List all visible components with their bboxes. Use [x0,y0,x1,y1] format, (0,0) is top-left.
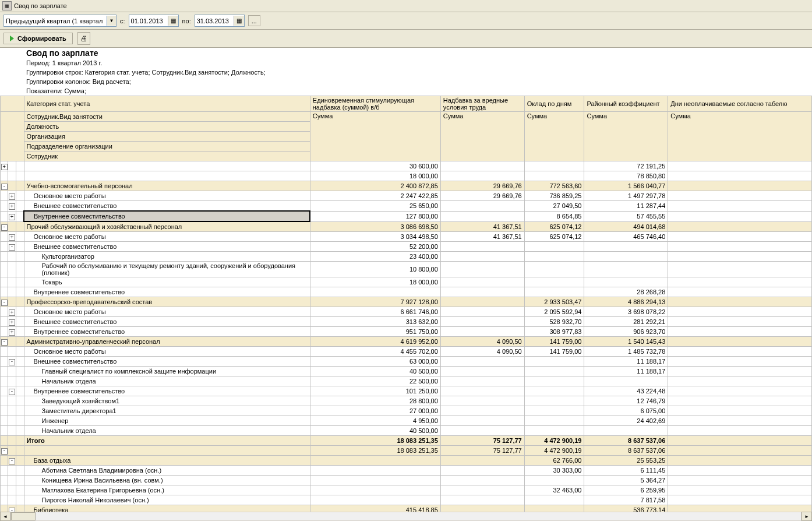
collapse-icon[interactable]: - [1,339,8,346]
table-row[interactable]: Инженер4 950,0024 402,69 [1,416,812,426]
row-label: Матлахова Екатерина Григорьевна (осн.) [24,485,310,495]
table-row[interactable]: Токарь18 000,00 [1,277,812,287]
from-date-input[interactable] [129,17,168,25]
cell-value [440,466,524,476]
cell-value [668,376,812,386]
cell-value: 1 566 040,77 [584,181,668,191]
cell-value [440,307,524,317]
collapse-icon[interactable]: - [9,244,15,251]
cell-value: 24 402,69 [584,416,668,426]
table-row[interactable]: -База отдыха62 766,0025 553,25 [1,456,812,466]
report-grid[interactable]: Свод по зарплате Период: 1 квартал 2013 … [0,48,812,521]
table-row[interactable]: Пирогов Николай Николаевич (осн.)7 817,5… [1,495,812,505]
chevron-down-icon[interactable]: ▼ [107,16,116,26]
table-row[interactable]: -Прочий обслуживающий и хозяйственный пе… [1,221,812,232]
calendar-icon[interactable]: ▦ [168,16,178,26]
collapse-icon[interactable]: - [9,389,15,395]
cell-value [668,446,812,456]
table-row[interactable]: Заведующий хозяйством128 800,0012 746,79 [1,396,812,406]
expand-icon[interactable]: + [9,234,15,241]
cell-value: 75 127,77 [440,446,524,456]
cell-value: 625 074,12 [524,221,584,232]
expand-icon[interactable]: + [9,193,15,200]
calendar-icon[interactable]: ▦ [234,16,244,26]
row-label: Культорганизатор [24,252,310,262]
table-row[interactable]: +Основное место работы3 034 498,5041 367… [1,232,812,242]
cell-value: 32 463,00 [524,485,584,495]
cell-value: 6 111,45 [584,466,668,476]
expand-icon[interactable]: + [9,214,15,220]
cell-value [524,476,584,485]
horizontal-scrollbar[interactable]: ◄ ► [0,512,812,521]
cell-value [440,485,524,495]
table-row[interactable]: +30 600,0072 191,25 [1,161,812,171]
table-row[interactable]: -Профессорско-преподавательский состав7 … [1,297,812,307]
table-row[interactable]: Главный специалист по комплексной защите… [1,367,812,376]
table-row[interactable]: Начальник отдела40 500,00 [1,426,812,436]
table-row[interactable]: Основное место работы4 455 702,004 090,5… [1,347,812,357]
table-row[interactable]: +Внешнее совместительство25 650,0027 049… [1,201,812,212]
scroll-track[interactable] [10,512,802,521]
row-label: Начальник отдела [24,376,310,386]
cell-value: 18 083 251,35 [310,446,440,456]
table-row[interactable]: Заместитель директора127 000,006 075,00 [1,406,812,416]
table-row[interactable]: +Внутреннее совместительство127 800,008 … [1,211,812,221]
expand-icon[interactable]: + [1,164,8,170]
table-row[interactable]: -18 083 251,3575 127,774 472 900,198 637… [1,446,812,456]
col-salary: Оклад по дням [524,96,584,112]
collapse-icon[interactable]: - [1,448,8,455]
period-preset-input[interactable] [4,17,107,25]
table-row[interactable]: +Внешнее совместительство313 632,00528 9… [1,317,812,327]
scroll-left-icon[interactable]: ◄ [0,512,10,521]
row-label [24,446,310,456]
period-dialog-button[interactable]: ... [248,15,260,26]
expand-icon[interactable]: + [9,203,15,210]
table-row[interactable]: Матлахова Екатерина Григорьевна (осн.)32… [1,485,812,495]
scroll-right-icon[interactable]: ► [802,512,812,521]
col-hazard: Надбавка за вредные условия труда [440,96,524,112]
table-row[interactable]: Аботина Светлана Владимировна (осн.)30 3… [1,466,812,476]
table-row[interactable]: +Внутреннее совместительство951 750,0030… [1,327,812,337]
table-row[interactable]: Рабочий по обслуживанию и текущему ремон… [1,262,812,277]
table-row[interactable]: Конищева Ирина Васильевна (вн. совм.)5 3… [1,476,812,485]
cell-value: 141 759,00 [524,347,584,357]
collapse-icon[interactable]: - [1,300,8,306]
collapse-icon[interactable]: - [1,184,8,190]
print-button[interactable]: 🖨 [77,32,90,45]
cell-value [584,426,668,436]
cell-value [440,242,524,252]
table-row[interactable]: -Внутреннее совместительство101 250,0043… [1,386,812,396]
scroll-thumb[interactable] [11,512,36,520]
table-row[interactable]: Внутреннее совместительство28 268,28 [1,287,812,297]
table-row[interactable]: -Внешнее совместительство63 000,0011 188… [1,357,812,367]
cell-value [668,347,812,357]
table-row[interactable]: Начальник отдела22 500,00 [1,376,812,386]
expand-icon[interactable]: + [9,309,15,316]
table-row[interactable]: Культорганизатор23 400,00 [1,252,812,262]
cell-value: 141 759,00 [524,337,584,347]
collapse-icon[interactable]: - [9,458,15,464]
table-row[interactable]: 18 000,0078 850,80 [1,171,812,181]
period-preset-combo[interactable]: ▼ [3,15,116,27]
report-period: Период: 1 квартал 2013 г. [24,58,811,68]
table-row[interactable]: -Учебно-вспомогательный персонал2 400 87… [1,181,812,191]
table-row[interactable]: -Внешнее совместительство52 200,00 [1,242,812,252]
table-row[interactable]: +Основное место работы6 661 746,002 095 … [1,307,812,317]
to-date-field[interactable]: ▦ [195,15,245,27]
table-row[interactable]: -Административно-управленческий персонал… [1,337,812,347]
cell-value [524,416,584,426]
row-label: Административно-управленческий персонал [24,337,310,347]
expand-icon[interactable]: + [9,319,15,326]
collapse-icon[interactable]: - [9,359,15,365]
table-row[interactable]: +Основное место работы2 247 422,8529 669… [1,191,812,201]
from-date-field[interactable]: ▦ [129,15,179,27]
row-label: Основное место работы [24,232,310,242]
row-label: Внутреннее совместительство [24,327,310,337]
expand-icon[interactable]: + [9,329,15,336]
generate-button[interactable]: Сформировать [3,33,73,44]
row-label: Конищева Ирина Васильевна (вн. совм.) [24,476,310,485]
table-row[interactable]: Итого18 083 251,3575 127,774 472 900,198… [1,436,812,446]
cell-value: 6 259,95 [584,485,668,495]
collapse-icon[interactable]: - [1,224,8,231]
to-date-input[interactable] [195,17,234,25]
